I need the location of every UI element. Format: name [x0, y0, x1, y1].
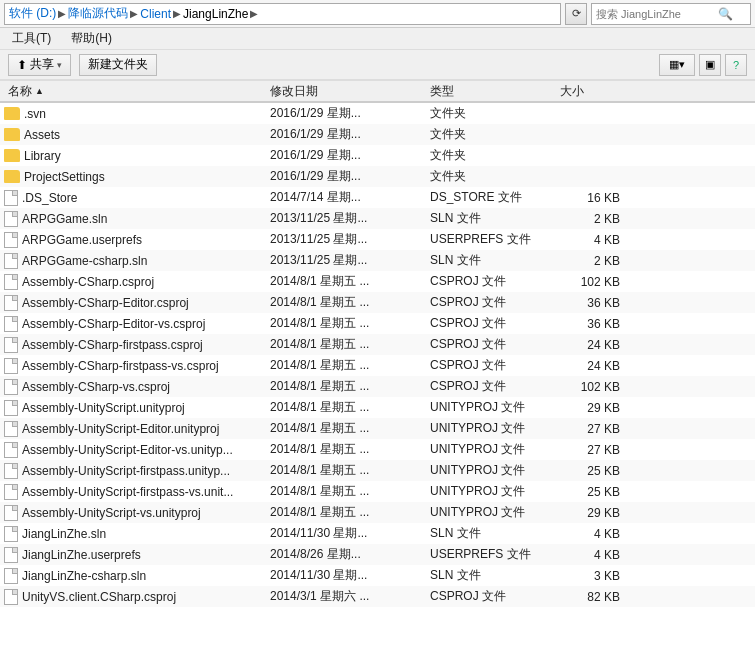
table-row[interactable]: Assembly-CSharp-Editor-vs.csproj 2014/8/…: [0, 313, 755, 334]
file-size: 4 KB: [560, 233, 640, 247]
file-size: 3 KB: [560, 569, 640, 583]
table-row[interactable]: .svn 2016/1/29 星期... 文件夹: [0, 103, 755, 124]
new-folder-button[interactable]: 新建文件夹: [79, 54, 157, 76]
table-row[interactable]: ProjectSettings 2016/1/29 星期... 文件夹: [0, 166, 755, 187]
toolbar-right: ▦▾ ▣ ?: [659, 54, 747, 76]
file-name: JiangLinZhe.sln: [22, 527, 106, 541]
file-name: ARPGGame.sln: [22, 212, 107, 226]
path-segment-4[interactable]: JiangLinZhe: [183, 7, 248, 21]
file-name-cell: Assembly-CSharp-vs.csproj: [0, 379, 270, 395]
file-type: CSPROJ 文件: [430, 336, 560, 353]
file-name-cell: Assembly-UnityScript.unityproj: [0, 400, 270, 416]
file-name-cell: Assembly-UnityScript-firstpass.unityp...: [0, 463, 270, 479]
search-box[interactable]: 🔍: [591, 3, 751, 25]
file-date: 2014/8/26 星期...: [270, 546, 430, 563]
folder-icon: [4, 128, 20, 141]
file-icon: [4, 568, 18, 584]
file-date: 2013/11/25 星期...: [270, 231, 430, 248]
file-name-cell: Assembly-CSharp-Editor-vs.csproj: [0, 316, 270, 332]
table-row[interactable]: JiangLinZhe.userprefs 2014/8/26 星期... US…: [0, 544, 755, 565]
search-input[interactable]: [596, 8, 716, 20]
table-row[interactable]: Assembly-UnityScript-firstpass.unityp...…: [0, 460, 755, 481]
file-name-cell: ProjectSettings: [0, 170, 270, 184]
table-row[interactable]: Library 2016/1/29 星期... 文件夹: [0, 145, 755, 166]
file-size: 29 KB: [560, 401, 640, 415]
preview-button[interactable]: ▣: [699, 54, 721, 76]
table-row[interactable]: Assembly-CSharp.csproj 2014/8/1 星期五 ... …: [0, 271, 755, 292]
file-size: 2 KB: [560, 212, 640, 226]
col-date-header[interactable]: 修改日期: [270, 83, 430, 100]
table-row[interactable]: Assembly-UnityScript-firstpass-vs.unit..…: [0, 481, 755, 502]
table-row[interactable]: Assets 2016/1/29 星期... 文件夹: [0, 124, 755, 145]
path-segment-2[interactable]: 降临源代码: [68, 5, 128, 22]
table-row[interactable]: JiangLinZhe-csharp.sln 2014/11/30 星期... …: [0, 565, 755, 586]
refresh-button[interactable]: ⟳: [565, 3, 587, 25]
menu-help[interactable]: 帮助(H): [67, 29, 116, 48]
table-row[interactable]: Assembly-CSharp-firstpass-vs.csproj 2014…: [0, 355, 755, 376]
file-name-cell: Assets: [0, 128, 270, 142]
view-options-button[interactable]: ▦▾: [659, 54, 695, 76]
file-date: 2014/8/1 星期五 ...: [270, 420, 430, 437]
col-name-header[interactable]: 名称 ▲: [0, 83, 270, 100]
file-name-cell: Assembly-UnityScript-Editor.unityproj: [0, 421, 270, 437]
table-row[interactable]: Assembly-CSharp-firstpass.csproj 2014/8/…: [0, 334, 755, 355]
file-type: SLN 文件: [430, 252, 560, 269]
file-type: CSPROJ 文件: [430, 588, 560, 605]
file-name: ProjectSettings: [24, 170, 105, 184]
address-path[interactable]: 软件 (D:) ▶ 降临源代码 ▶ Client ▶ JiangLinZhe ▶: [4, 3, 561, 25]
file-size: 4 KB: [560, 527, 640, 541]
table-row[interactable]: JiangLinZhe.sln 2014/11/30 星期... SLN 文件 …: [0, 523, 755, 544]
file-name: Assembly-UnityScript-Editor-vs.unityp...: [22, 443, 233, 457]
file-icon: [4, 589, 18, 605]
file-type: DS_STORE 文件: [430, 189, 560, 206]
table-row[interactable]: Assembly-CSharp-Editor.csproj 2014/8/1 星…: [0, 292, 755, 313]
col-type-header[interactable]: 类型: [430, 83, 560, 100]
file-type: UNITYPROJ 文件: [430, 462, 560, 479]
file-name-cell: ARPGGame-csharp.sln: [0, 253, 270, 269]
file-name: Library: [24, 149, 61, 163]
file-date: 2014/8/1 星期五 ...: [270, 357, 430, 374]
file-size: 36 KB: [560, 296, 640, 310]
file-type: 文件夹: [430, 147, 560, 164]
help-button[interactable]: ?: [725, 54, 747, 76]
file-date: 2016/1/29 星期...: [270, 105, 430, 122]
file-name-cell: Assembly-UnityScript-Editor-vs.unityp...: [0, 442, 270, 458]
file-date: 2014/11/30 星期...: [270, 567, 430, 584]
file-size: 82 KB: [560, 590, 640, 604]
table-row[interactable]: ARPGGame.userprefs 2013/11/25 星期... USER…: [0, 229, 755, 250]
share-button[interactable]: ⬆ 共享 ▾: [8, 54, 71, 76]
menu-tools[interactable]: 工具(T): [8, 29, 55, 48]
table-row[interactable]: Assembly-UnityScript-Editor.unityproj 20…: [0, 418, 755, 439]
col-size-header[interactable]: 大小: [560, 83, 640, 100]
table-row[interactable]: UnityVS.client.CSharp.csproj 2014/3/1 星期…: [0, 586, 755, 607]
path-arrow-2: ▶: [130, 8, 138, 19]
table-row[interactable]: .DS_Store 2014/7/14 星期... DS_STORE 文件 16…: [0, 187, 755, 208]
path-segment-1[interactable]: 软件 (D:): [9, 5, 56, 22]
file-type: CSPROJ 文件: [430, 273, 560, 290]
file-type: CSPROJ 文件: [430, 357, 560, 374]
table-row[interactable]: Assembly-UnityScript-Editor-vs.unityp...…: [0, 439, 755, 460]
file-icon: [4, 505, 18, 521]
file-date: 2013/11/25 星期...: [270, 210, 430, 227]
table-row[interactable]: ARPGGame-csharp.sln 2013/11/25 星期... SLN…: [0, 250, 755, 271]
file-size: 29 KB: [560, 506, 640, 520]
file-name: Assembly-CSharp-vs.csproj: [22, 380, 170, 394]
file-date: 2014/8/1 星期五 ...: [270, 315, 430, 332]
file-name-cell: ARPGGame.sln: [0, 211, 270, 227]
folder-icon: [4, 170, 20, 183]
file-icon: [4, 547, 18, 563]
file-icon: [4, 421, 18, 437]
table-row[interactable]: Assembly-UnityScript-vs.unityproj 2014/8…: [0, 502, 755, 523]
file-date: 2016/1/29 星期...: [270, 147, 430, 164]
table-row[interactable]: ARPGGame.sln 2013/11/25 星期... SLN 文件 2 K…: [0, 208, 755, 229]
file-date: 2016/1/29 星期...: [270, 126, 430, 143]
path-arrow-1: ▶: [58, 8, 66, 19]
file-date: 2014/8/1 星期五 ...: [270, 378, 430, 395]
file-size: 25 KB: [560, 464, 640, 478]
path-segment-3[interactable]: Client: [140, 7, 171, 21]
share-label: 共享: [30, 56, 54, 73]
file-name: .svn: [24, 107, 46, 121]
table-row[interactable]: Assembly-UnityScript.unityproj 2014/8/1 …: [0, 397, 755, 418]
table-row[interactable]: Assembly-CSharp-vs.csproj 2014/8/1 星期五 .…: [0, 376, 755, 397]
folder-icon: [4, 107, 20, 120]
